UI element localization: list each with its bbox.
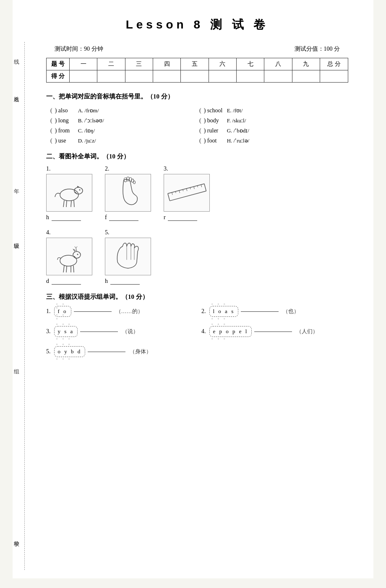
score-header-3: 三 <box>125 58 153 70</box>
score-header-2: 二 <box>97 58 125 70</box>
word-build-row-3: 5. o y b d （身体） <box>46 346 348 357</box>
score-header-1: 一 <box>70 58 97 70</box>
score-table: 题 号一二三四五六七八九总 分 得 分 <box>46 58 348 83</box>
svg-line-26 <box>63 266 64 272</box>
score-header-5: 五 <box>181 58 209 70</box>
pic-foot <box>105 174 151 212</box>
svg-line-29 <box>73 266 74 272</box>
phonics-left-1: () longB. /ˈɔːlsəʊ/ <box>50 116 199 126</box>
test-time: 测试时间：90 分钟 <box>55 45 103 53</box>
svg-line-17 <box>183 189 183 191</box>
phonics-right-1: () bodyF. /skuːl/ <box>199 116 348 126</box>
svg-point-23 <box>60 255 77 266</box>
svg-line-14 <box>172 192 172 195</box>
score-row-label: 得 分 <box>47 70 70 83</box>
word-build-row-2: 3. y s a （说）4. e p o p e l （人们） <box>46 326 348 337</box>
dashed-border <box>24 42 25 570</box>
test-info: 测试时间：90 分钟 测试分值：100 分 <box>46 45 348 53</box>
score-header-6: 六 <box>209 58 236 70</box>
score-header-10: 总 分 <box>320 58 348 70</box>
svg-line-21 <box>197 186 198 187</box>
phonics-grid: () alsoA. /frɒm/() schoolE. /fʊt/() long… <box>50 106 348 146</box>
word-build-item-5.: 5. o y b d （身体） <box>46 346 151 357</box>
pic-label-4: d <box>46 278 81 285</box>
phonics-left-3: () useD. /juːz/ <box>50 136 199 146</box>
svg-line-5 <box>71 201 71 207</box>
ruler-drawing <box>165 176 209 210</box>
svg-point-7 <box>79 189 81 191</box>
pic-hand <box>105 238 151 275</box>
section3-header: 三、根据汉语提示组单词。（10 分） <box>46 293 348 301</box>
page-title: Lesson 8 测 试 卷 <box>46 17 348 33</box>
pictures-row-1: 1. <box>46 166 348 221</box>
pic-item-3: 3. <box>164 166 210 221</box>
pic-horse <box>46 174 92 212</box>
word-build-item-1.: 1. f o （……的） <box>46 306 193 317</box>
phonics-left-0: () alsoA. /frɒm/ <box>50 106 199 116</box>
svg-line-3 <box>63 200 64 207</box>
pic-label-2: f <box>105 214 138 221</box>
svg-line-27 <box>66 266 67 272</box>
score-header-4: 四 <box>153 58 180 70</box>
svg-line-4 <box>66 201 67 207</box>
phonics-right-3: () footH. /ˈruːlə/ <box>199 136 348 146</box>
word-build-row-1: 1. f o （……的）2. l o a s （也） <box>46 306 348 317</box>
score-header-0: 题 号 <box>47 58 70 70</box>
score-header-9: 九 <box>292 58 320 70</box>
phonics-right-0: () schoolE. /fʊt/ <box>199 106 348 116</box>
score-header-8: 八 <box>264 58 292 70</box>
pic-label-5: h <box>105 278 140 285</box>
svg-point-0 <box>60 189 78 201</box>
svg-line-16 <box>179 190 180 193</box>
pictures-row-2: 4. <box>46 229 348 285</box>
pic-item-5: 5. h <box>105 229 151 285</box>
pic-label-1: h <box>46 214 81 221</box>
phonics-left-2: () fromC. /lɒŋ/ <box>50 126 199 136</box>
svg-point-30 <box>77 254 78 255</box>
foot-drawing <box>111 176 145 210</box>
svg-line-18 <box>186 189 187 191</box>
section1-header: 一、把单词对应的音标填在括号里。（10 分） <box>46 93 348 101</box>
hand-drawing <box>109 239 147 275</box>
word-build-section: 1. f o （……的）2. l o a s （也）3. y s a （说）4.… <box>46 306 348 357</box>
score-header-7: 七 <box>236 58 264 70</box>
pic-deer <box>46 238 92 275</box>
phonics-right-2: () rulerG. /ˈbɒdɪ/ <box>199 126 348 136</box>
pictures-section: 1. <box>46 166 348 285</box>
word-build-item-3.: 3. y s a （说） <box>46 326 193 337</box>
svg-rect-13 <box>167 184 206 201</box>
horse-drawing <box>48 176 90 210</box>
word-build-item-4.: 4. e p o p e l （人们） <box>201 326 348 337</box>
pic-item-1: 1. <box>46 166 92 221</box>
pic-item-4: 4. <box>46 229 92 285</box>
svg-point-24 <box>73 251 81 258</box>
test-score: 测试分值：100 分 <box>295 45 340 53</box>
svg-point-12 <box>133 181 136 184</box>
svg-line-6 <box>74 200 74 207</box>
pic-item-2: 2. f <box>105 166 151 221</box>
svg-line-15 <box>175 192 176 193</box>
svg-line-22 <box>201 185 202 187</box>
word-build-item-2.: 2. l o a s （也） <box>201 306 348 317</box>
section2-header: 二、看图补全单词。（10 分） <box>46 153 348 161</box>
svg-line-20 <box>193 187 194 189</box>
pic-label-3: r <box>164 214 197 221</box>
svg-line-19 <box>190 187 190 189</box>
pic-ruler <box>164 174 210 212</box>
deer-drawing <box>48 239 90 275</box>
